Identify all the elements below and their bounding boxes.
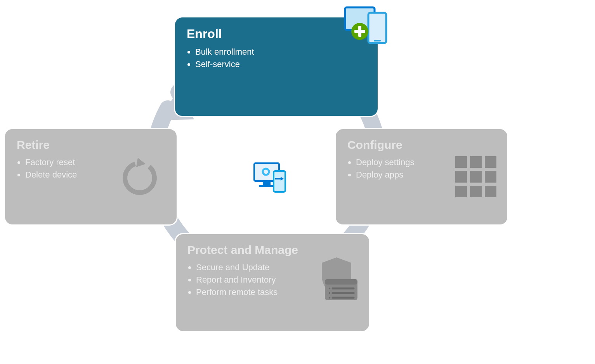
- svg-point-22: [329, 288, 330, 289]
- phase-enroll: Enroll Bulk enrollment Self-service: [174, 16, 379, 117]
- svg-point-24: [329, 292, 330, 294]
- phase-items: Bulk enrollment Self-service: [187, 46, 366, 71]
- shield-list-icon: [313, 256, 360, 304]
- svg-rect-17: [455, 186, 467, 197]
- center-device-management-icon: [252, 161, 291, 197]
- svg-rect-10: [354, 30, 365, 33]
- phase-configure: Configure Deploy settings Deploy apps: [335, 128, 508, 226]
- svg-rect-14: [455, 171, 467, 183]
- svg-rect-16: [485, 171, 496, 183]
- phase-title: Retire: [17, 138, 165, 152]
- svg-rect-4: [274, 171, 285, 192]
- phase-title: Configure: [347, 138, 496, 152]
- svg-rect-15: [470, 171, 482, 183]
- svg-rect-19: [485, 186, 496, 197]
- apps-grid-icon: [455, 156, 498, 200]
- phase-title: Protect and Manage: [187, 243, 357, 257]
- svg-rect-7: [374, 40, 381, 41]
- svg-point-26: [329, 297, 330, 298]
- enroll-devices-icon: [343, 6, 389, 50]
- svg-rect-12: [470, 156, 482, 168]
- phase-title: Enroll: [187, 27, 366, 41]
- phase-item: Self-service: [195, 58, 366, 71]
- svg-rect-21: [325, 279, 357, 285]
- svg-rect-13: [485, 156, 496, 168]
- phase-item: Bulk enrollment: [195, 46, 366, 58]
- reset-cycle-icon: [118, 155, 161, 200]
- svg-rect-18: [470, 186, 482, 197]
- phase-retire: Retire Factory reset Delete device: [4, 128, 178, 226]
- lifecycle-diagram: Enroll Bulk enrollment Self-service Conf…: [0, 0, 595, 364]
- phase-protect: Protect and Manage Secure and Update Rep…: [175, 233, 370, 332]
- svg-rect-2: [259, 185, 274, 187]
- svg-rect-1: [263, 182, 271, 185]
- svg-rect-11: [455, 156, 467, 168]
- svg-rect-6: [368, 13, 386, 43]
